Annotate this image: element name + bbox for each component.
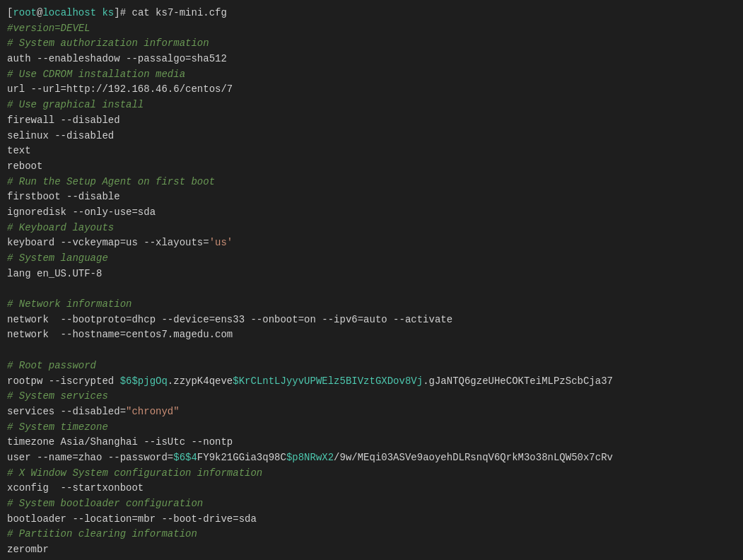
prompt-host: localhost: [42, 7, 96, 18]
line-timezone: timezone Asia/Shanghai --isUtc --nontp: [7, 435, 736, 450]
prompt-user: root: [13, 7, 37, 18]
line-rootpw: rootpw --iscrypted $6$pjgOq.zzypK4qeve$K…: [7, 374, 736, 390]
line-comment-firstboot: # Run the Setup Agent on first boot: [7, 175, 736, 190]
line-firewall: firewall --disabled: [7, 113, 736, 129]
line-url: url --url=http://192.168.46.6/centos/7: [7, 82, 736, 98]
line-comment-cdrom: # Use CDROM installation media: [7, 67, 736, 83]
line-comment-graphical: # Use graphical install: [7, 98, 736, 113]
line-comment-partition: # Partition clearing information: [7, 527, 736, 542]
line-user: user --name=zhao --password=$6$4FY9k21GG…: [7, 450, 736, 466]
line-network2: network --hostname=centos7.magedu.com: [7, 327, 736, 343]
line-text: text: [7, 144, 736, 159]
line-zerombr: zerombr: [7, 542, 736, 558]
prompt-command: cat ks7-mini.cfg: [126, 7, 227, 18]
line-version: #version=DEVEL: [7, 21, 736, 37]
line-firstboot: firstboot --disable: [7, 189, 736, 205]
line-comment-xwindow: # X Window System configuration informat…: [7, 466, 736, 482]
line-comment-bootloader: # System bootloader configuration: [7, 496, 736, 512]
line-xconfig: xconfig --startxonboot: [7, 481, 736, 496]
empty-line-2: [7, 343, 736, 358]
terminal-window: [root@localhost ks]# cat ks7-mini.cfg #v…: [0, 0, 743, 560]
line-services: services --disabled="chronyd": [7, 404, 736, 420]
line-comment-rootpw: # Root password: [7, 358, 736, 374]
line-comment-language: # System language: [7, 251, 736, 267]
line-comment-keyboard: # Keyboard layouts: [7, 221, 736, 236]
line-keyboard: keyboard --vckeymap=us --xlayouts='us': [7, 235, 736, 251]
line-ignoredisk: ignoredisk --only-use=sda: [7, 205, 736, 221]
line-comment-auth: # System authorization information: [7, 36, 736, 52]
prompt-dir: ks: [102, 7, 114, 18]
line-network1: network --bootproto=dhcp --device=ens33 …: [7, 313, 736, 328]
prompt-hash: #: [120, 7, 126, 18]
bracket-close: ]: [114, 7, 119, 18]
line-lang: lang en_US.UTF-8: [7, 267, 736, 282]
line-comment-timezone: # System timezone: [7, 420, 736, 436]
line-selinux: selinux --disabled: [7, 129, 736, 144]
prompt-line: [root@localhost ks]# cat ks7-mini.cfg: [7, 6, 736, 21]
line-reboot: reboot: [7, 159, 736, 175]
line-auth: auth --enableshadow --passalgo=sha512: [7, 52, 736, 67]
line-bootloader: bootloader --location=mbr --boot-drive=s…: [7, 512, 736, 527]
line-comment-services: # System services: [7, 389, 736, 404]
line-comment-network: # Network information: [7, 297, 736, 313]
empty-line-1: [7, 281, 736, 297]
